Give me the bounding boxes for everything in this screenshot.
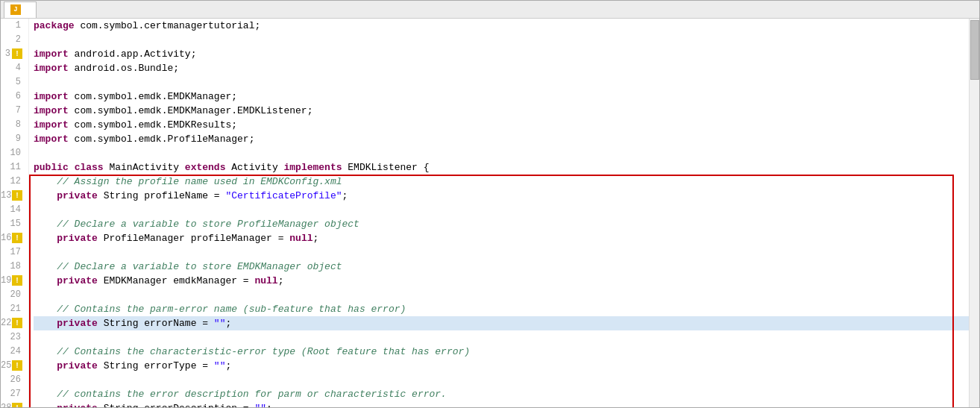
line-number-12: 12 [1, 175, 24, 189]
editor-container: J 123!45678910111213!141516!171819!20212… [0, 0, 980, 408]
code-line-24: // Contains the characteristic-error typ… [34, 345, 969, 359]
code-line-28: private String errorDescription = ""; [34, 401, 969, 407]
line-number-11: 11 [1, 160, 24, 175]
line-number-20: 20 [1, 288, 24, 302]
line-number-3: 3! [1, 47, 24, 61]
warning-icon-25: ! [12, 360, 22, 371]
line-number-18: 18 [1, 260, 24, 274]
code-line-7: import com.symbol.emdk.EMDKManager.EMDKL… [34, 104, 969, 118]
code-line-27: // contains the error description for pa… [34, 387, 969, 401]
line-number-25: 25! [1, 359, 24, 373]
code-line-25: private String errorType = ""; [34, 359, 969, 373]
line-number-9: 9 [1, 132, 24, 146]
code-line-18: // Declare a variable to store EMDKManag… [34, 260, 969, 274]
code-line-19: private EMDKManager emdkManager = null; [34, 274, 969, 288]
file-tab[interactable]: J [4, 1, 37, 18]
line-numbers: 123!45678910111213!141516!171819!202122!… [1, 19, 29, 407]
warning-icon-22: ! [12, 318, 22, 328]
line-number-21: 21 [1, 302, 24, 316]
line-number-22: 22! [1, 316, 24, 330]
vertical-scrollbar[interactable] [969, 19, 979, 407]
code-line-8: import com.symbol.emdk.EMDKResults; [34, 118, 969, 132]
line-number-10: 10 [1, 146, 24, 160]
warning-icon-28: ! [12, 403, 22, 407]
tab-bar: J [1, 1, 979, 19]
warning-icon-3: ! [12, 48, 22, 59]
warning-icon-13: ! [12, 190, 22, 201]
code-line-1: package com.symbol.certmanagertutorial; [34, 19, 969, 33]
warning-icon-16: ! [12, 233, 22, 243]
code-line-21: // Contains the parm-error name (sub-fea… [34, 302, 969, 316]
code-line-14 [34, 203, 969, 217]
code-line-9: import com.symbol.emdk.ProfileManager; [34, 132, 969, 146]
line-number-2: 2 [1, 33, 24, 47]
line-number-6: 6 [1, 90, 24, 104]
code-line-15: // Declare a variable to store ProfileMa… [34, 217, 969, 231]
line-number-8: 8 [1, 118, 24, 132]
code-line-17 [34, 245, 969, 260]
line-number-23: 23 [1, 330, 24, 345]
warning-icon-19: ! [12, 275, 22, 286]
code-line-23 [34, 330, 969, 345]
code-line-11: public class MainActivity extends Activi… [34, 160, 969, 175]
java-file-icon: J [10, 4, 21, 15]
line-number-24: 24 [1, 345, 24, 359]
line-number-28: 28! [1, 401, 24, 407]
code-line-5 [34, 75, 969, 90]
code-line-22: private String errorName = ""; [34, 316, 969, 330]
line-number-19: 19! [1, 274, 24, 288]
code-line-13: private String profileName = "Certificat… [34, 189, 969, 203]
code-line-10 [34, 146, 969, 160]
line-number-1: 1 [1, 19, 24, 33]
code-line-20 [34, 288, 969, 302]
code-line-26 [34, 373, 969, 387]
line-number-5: 5 [1, 75, 24, 90]
line-number-13: 13! [1, 189, 24, 203]
code-line-3: import android.app.Activity; [34, 47, 969, 61]
line-number-17: 17 [1, 245, 24, 260]
line-number-26: 26 [1, 373, 24, 387]
line-number-14: 14 [1, 203, 24, 217]
code-line-12: // Assign the profile name used in EMDKC… [34, 175, 969, 189]
line-number-27: 27 [1, 387, 24, 401]
code-line-16: private ProfileManager profileManager = … [34, 231, 969, 245]
code-line-4: import android.os.Bundle; [34, 61, 969, 75]
line-number-15: 15 [1, 217, 24, 231]
code-area: 123!45678910111213!141516!171819!202122!… [1, 19, 979, 407]
scrollbar-thumb[interactable] [970, 20, 979, 80]
code-content[interactable]: package com.symbol.certmanagertutorial; … [29, 19, 969, 407]
code-line-2 [34, 33, 969, 47]
line-number-7: 7 [1, 104, 24, 118]
line-number-16: 16! [1, 231, 24, 245]
code-line-6: import com.symbol.emdk.EMDKManager; [34, 90, 969, 104]
line-number-4: 4 [1, 61, 24, 75]
